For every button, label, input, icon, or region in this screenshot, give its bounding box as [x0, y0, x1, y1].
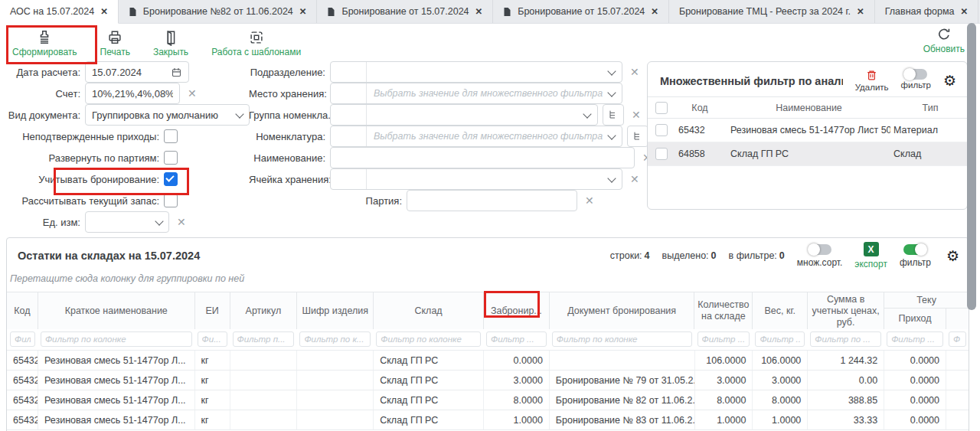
code-subfield[interactable]: [331, 83, 367, 103]
col-header-weight[interactable]: Вес, кг.: [752, 292, 807, 329]
filter-input-income[interactable]: [887, 331, 943, 347]
filter-input-short-name[interactable]: [41, 331, 192, 347]
filter-input-cutoff[interactable]: [949, 331, 966, 347]
table-row[interactable]: 65432 Резиновая смесь 51-1477ор Л... кг …: [7, 370, 969, 390]
col-header-reserved[interactable]: Забронир...: [483, 292, 549, 329]
nomenclature-group-select[interactable]: [330, 104, 598, 126]
cell-weight: 106.0000: [752, 351, 807, 370]
code-subfield[interactable]: [331, 105, 367, 125]
grid-settings-gear-icon[interactable]: ⚙: [946, 249, 959, 263]
group-header-current[interactable]: Теку: [884, 292, 969, 309]
clear-icon[interactable]: ✕: [188, 87, 197, 100]
filter-input-sum[interactable]: [810, 331, 881, 347]
panel-row-warehouse[interactable]: 64858 Склад ГП РС Склад: [648, 142, 967, 166]
delete-button[interactable]: Удалить: [855, 69, 889, 92]
code-subfield[interactable]: [331, 126, 367, 146]
nomenclature-select[interactable]: Выбрать значение для множественного филь…: [330, 126, 622, 147]
code-subfield[interactable]: [331, 169, 367, 189]
panel-row-material[interactable]: 65432 Резиновая смесь 51-1477ор Лист 500…: [648, 119, 967, 142]
tab-registry[interactable]: Бронирование ТМЦ - Реестр за 2024 г. ✕: [669, 0, 875, 23]
print-button[interactable]: Печать: [100, 29, 130, 57]
col-header-article[interactable]: Артикул: [230, 292, 297, 329]
filter-input-reserved[interactable]: [486, 331, 547, 347]
table-row[interactable]: 65432 Резиновая смесь 51-1477ор Л... кг …: [7, 410, 969, 430]
col-header-warehouse[interactable]: Склад: [373, 292, 483, 329]
current-stock-checkbox[interactable]: [164, 194, 178, 207]
department-select[interactable]: [330, 61, 622, 83]
tab-booking-82[interactable]: Бронирование №82 от 11.06.2024 ✕: [119, 0, 318, 23]
panel-filter-toggle[interactable]: фильтр: [901, 69, 931, 90]
multisort-toggle[interactable]: множ.сорт.: [797, 244, 843, 268]
table-row[interactable]: 65432 Резиновая смесь 51-1477ор Л... кг …: [7, 350, 969, 370]
hierarchy-picker-button[interactable]: [627, 126, 648, 147]
refresh-button[interactable]: Обновить: [923, 26, 965, 54]
toggle-off-icon[interactable]: [904, 69, 927, 80]
col-header-product-code[interactable]: Шифр изделия: [296, 292, 373, 329]
col-header-short-name[interactable]: Краткое наименование: [38, 292, 194, 329]
clear-icon[interactable]: ✕: [630, 173, 639, 185]
toggle-on-icon[interactable]: [903, 244, 926, 255]
tab-aos[interactable]: АОС на 15.07.2024 ✕: [0, 0, 119, 24]
tab-close-icon[interactable]: ✕: [857, 6, 864, 17]
col-header-unit[interactable]: ЕИ: [194, 292, 230, 329]
storage-cell-select[interactable]: [330, 168, 622, 190]
filter-input-unit[interactable]: [198, 331, 227, 347]
filter-input-booking-doc[interactable]: [552, 331, 692, 347]
excel-icon[interactable]: X: [864, 242, 879, 256]
col-header-sum[interactable]: Сумма в учетных ценах, руб.: [807, 292, 884, 329]
clear-icon[interactable]: ✕: [585, 194, 594, 207]
unit-select[interactable]: [85, 211, 169, 233]
name-input[interactable]: [330, 147, 635, 168]
grid-filter-toggle[interactable]: фильтр: [900, 244, 931, 268]
filter-input-weight[interactable]: [755, 331, 805, 347]
close-button[interactable]: Закрыть: [153, 29, 188, 57]
row-checkbox[interactable]: [655, 148, 668, 160]
panel-col-type[interactable]: Тип: [893, 103, 967, 113]
date-input[interactable]: 15.07.2024: [85, 61, 189, 83]
storage-select[interactable]: Выбрать значение для множественного филь…: [330, 83, 622, 104]
batch-input[interactable]: [407, 190, 577, 211]
calendar-icon[interactable]: [171, 67, 182, 78]
tab-booking-1507-b[interactable]: Бронирование от 15.07.2024 ✕: [493, 0, 669, 23]
panel-settings-gear-icon[interactable]: ⚙: [943, 69, 956, 88]
account-input[interactable]: [85, 83, 180, 104]
generate-button[interactable]: Сформировать: [12, 29, 77, 57]
clear-icon[interactable]: ✕: [632, 109, 641, 121]
group-drop-zone[interactable]: Перетащите сюда колонку для группировки …: [7, 267, 969, 292]
col-header-code[interactable]: Код: [7, 292, 38, 329]
panel-col-name[interactable]: Наименование: [724, 103, 893, 113]
col-header-booking-doc[interactable]: Документ бронирования: [549, 292, 694, 329]
doctype-select[interactable]: Группировка по умолчанию: [85, 104, 250, 126]
table-row[interactable]: 65432 Резиновая смесь 51-1477ор Л... кг …: [7, 390, 969, 410]
expand-batches-checkbox[interactable]: [164, 151, 178, 165]
toggle-off-icon[interactable]: [808, 244, 831, 255]
clear-icon[interactable]: ✕: [630, 66, 639, 78]
clear-icon[interactable]: ✕: [177, 216, 186, 228]
filter-input-warehouse[interactable]: [376, 331, 481, 347]
booking-checkbox[interactable]: [164, 172, 178, 186]
tab-close-icon[interactable]: ✕: [651, 6, 658, 17]
booking-label: Учитывать бронирование:: [0, 174, 159, 185]
unconfirmed-checkbox[interactable]: [164, 129, 178, 143]
filter-input-code[interactable]: [10, 331, 35, 347]
export-button[interactable]: X экспорт: [854, 242, 887, 269]
filter-input-product-code[interactable]: [299, 331, 371, 347]
panel-col-code[interactable]: Код: [675, 103, 724, 113]
tab-close-icon[interactable]: ✕: [960, 6, 968, 17]
tab-close-icon[interactable]: ✕: [100, 6, 108, 17]
col-header-income[interactable]: Приход: [884, 309, 946, 329]
row-checkbox[interactable]: [655, 124, 668, 136]
filter-input-article[interactable]: [233, 331, 295, 347]
tab-booking-1507-a[interactable]: Бронирование от 15.07.2024 ✕: [317, 0, 493, 23]
vertical-scrollbar[interactable]: [967, 23, 976, 310]
tab-close-icon[interactable]: ✕: [299, 6, 307, 17]
code-subfield[interactable]: [331, 62, 367, 82]
tab-main-form[interactable]: Главная форма ✕: [875, 0, 978, 23]
col-header-qty[interactable]: Количество на складе: [694, 292, 752, 329]
templates-button[interactable]: Работа с шаблонами: [211, 29, 301, 57]
select-all-checkbox[interactable]: [655, 102, 668, 114]
hierarchy-picker-button[interactable]: [603, 104, 624, 126]
tab-close-icon[interactable]: ✕: [475, 6, 483, 17]
col-header-cutoff[interactable]: [946, 309, 969, 329]
filter-input-qty[interactable]: [697, 331, 750, 347]
